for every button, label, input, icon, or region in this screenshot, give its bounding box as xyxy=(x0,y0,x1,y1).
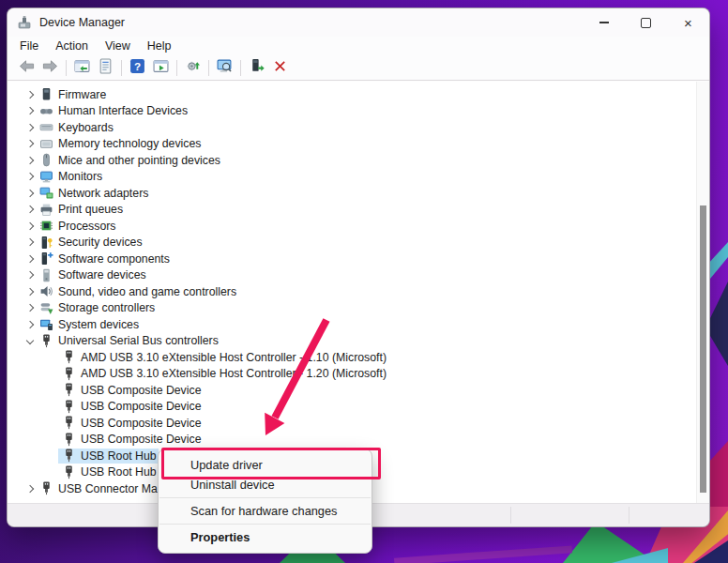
tree-item[interactable]: Security devices xyxy=(8,235,697,251)
chevron-right-icon[interactable] xyxy=(23,108,38,114)
disable-device-button[interactable] xyxy=(268,57,292,78)
chevron-right-icon[interactable] xyxy=(23,206,38,212)
storage-icon xyxy=(39,301,53,315)
hid-icon xyxy=(39,104,53,118)
device-tree: FirmwareHuman Interface DevicesKeyboards… xyxy=(8,82,697,504)
scan-hardware-button[interactable] xyxy=(213,57,236,78)
tree-item[interactable]: AMD USB 3.10 eXtensible Host Controller … xyxy=(8,349,697,366)
back-button[interactable] xyxy=(15,57,38,78)
usb-icon xyxy=(62,350,76,364)
tree-item[interactable]: Memory technology devices xyxy=(8,136,697,153)
chevron-right-icon[interactable] xyxy=(23,289,38,295)
tree-item-label: Sound, video and game controllers xyxy=(58,285,236,298)
properties-button[interactable] xyxy=(94,57,117,78)
maximize-button[interactable] xyxy=(625,8,667,37)
menu-help[interactable]: Help xyxy=(139,38,180,54)
chevron-right-icon[interactable] xyxy=(23,125,38,130)
help-icon: ? xyxy=(129,58,145,78)
usb-icon xyxy=(62,400,76,414)
tree-item[interactable]: Monitors xyxy=(8,169,697,186)
chevron-right-icon[interactable] xyxy=(23,190,38,196)
tree-item[interactable]: Sound, video and game controllers xyxy=(8,283,697,300)
tree-item[interactable]: USB Composite Device xyxy=(8,399,697,416)
forward-icon xyxy=(42,58,58,78)
toolbar-separator xyxy=(66,60,67,76)
tree-item-label: Monitors xyxy=(58,170,102,183)
usb-icon xyxy=(39,481,53,495)
desktop: { "window": { "title": "Device Manager",… xyxy=(0,0,728,563)
tree-item-label: USB Composite Device xyxy=(81,384,201,397)
chevron-right-icon[interactable] xyxy=(23,223,38,229)
network-icon xyxy=(39,186,53,200)
toolbar-separator xyxy=(208,60,209,76)
tree-item[interactable]: Software components xyxy=(8,251,697,267)
menu-action[interactable]: Action xyxy=(47,38,97,54)
chevron-right-icon[interactable] xyxy=(23,141,38,146)
tree-item[interactable]: Keyboards xyxy=(8,119,697,136)
tree-item[interactable]: Software devices xyxy=(8,267,697,284)
sound-icon xyxy=(39,284,53,298)
menu-view[interactable]: View xyxy=(97,38,139,54)
chevron-right-icon[interactable] xyxy=(23,486,38,492)
console-tree-button[interactable] xyxy=(70,57,94,78)
chevron-right-icon[interactable] xyxy=(23,239,38,245)
tree-item[interactable]: USB Composite Device xyxy=(8,432,697,449)
chevron-right-icon[interactable] xyxy=(23,272,38,278)
status-bar-separator xyxy=(629,507,629,524)
processor-icon xyxy=(39,219,53,233)
tree-item[interactable]: AMD USB 3.10 eXtensible Host Controller … xyxy=(8,366,697,383)
tree-item-label: USB Composite Device xyxy=(81,400,201,413)
context-menu-separator xyxy=(159,524,371,525)
status-bar-separator xyxy=(510,507,511,524)
toolbar-separator xyxy=(240,60,241,76)
console-tree-icon xyxy=(74,58,90,78)
tree-item[interactable]: Human Interface Devices xyxy=(8,103,697,120)
chevron-down-icon[interactable] xyxy=(23,338,38,343)
context-menu-item-properties[interactable]: Properties xyxy=(159,527,372,547)
tree-item[interactable]: Print queues xyxy=(8,202,697,219)
tree-item-label: USB Composite Device xyxy=(81,433,201,446)
chevron-right-icon[interactable] xyxy=(23,322,38,327)
disable-device-icon xyxy=(272,58,288,78)
system-icon xyxy=(39,317,53,331)
minimize-button[interactable] xyxy=(583,8,625,37)
tree-item[interactable]: Universal Serial Bus controllers xyxy=(8,333,697,350)
usb-icon xyxy=(62,433,76,447)
properties-icon xyxy=(98,58,114,78)
close-button[interactable]: × xyxy=(667,8,709,37)
tree-item[interactable]: System devices xyxy=(8,316,697,333)
tree-item-label: Processors xyxy=(58,220,116,233)
tree-item[interactable]: Storage controllers xyxy=(8,300,697,317)
menu-file[interactable]: File xyxy=(11,38,47,54)
uninstall-device-button[interactable] xyxy=(245,57,268,78)
tree-item[interactable]: Network adapters xyxy=(8,185,697,202)
chevron-right-icon[interactable] xyxy=(23,305,38,311)
chevron-right-icon[interactable] xyxy=(23,256,38,262)
maximize-icon xyxy=(641,18,651,28)
chevron-right-icon[interactable] xyxy=(23,92,38,98)
memory-icon xyxy=(39,137,53,151)
toolbar-separator xyxy=(176,60,177,76)
context-menu-separator xyxy=(159,497,371,498)
monitor-icon xyxy=(39,170,53,184)
scrollbar-thumb[interactable] xyxy=(700,205,706,493)
caption-buttons: × xyxy=(583,8,709,37)
tree-item[interactable]: USB Composite Device xyxy=(8,415,697,432)
action-pane-button[interactable] xyxy=(149,57,173,78)
tree-item[interactable]: Mice and other pointing devices xyxy=(8,152,697,169)
annotation-highlight-box xyxy=(161,448,381,479)
context-menu-item-scan-for-hardware-changes[interactable]: Scan for hardware changes xyxy=(159,501,372,521)
tree-item-label: USB Composite Device xyxy=(81,417,201,430)
software-component-icon xyxy=(39,251,53,266)
chevron-right-icon[interactable] xyxy=(23,158,38,163)
tree-item[interactable]: Firmware xyxy=(8,86,697,103)
scrollbar-track[interactable] xyxy=(696,82,709,504)
forward-button[interactable] xyxy=(38,57,62,78)
tree-item-label: Universal Serial Bus controllers xyxy=(58,334,219,347)
tree-item[interactable]: Processors xyxy=(8,218,697,235)
tree-item[interactable]: USB Composite Device xyxy=(8,382,697,399)
help-button[interactable]: ? xyxy=(126,57,149,78)
update-driver-button[interactable] xyxy=(181,57,205,78)
chevron-right-icon[interactable] xyxy=(23,174,38,179)
tree-item-label: USB Connector Man xyxy=(58,482,164,495)
